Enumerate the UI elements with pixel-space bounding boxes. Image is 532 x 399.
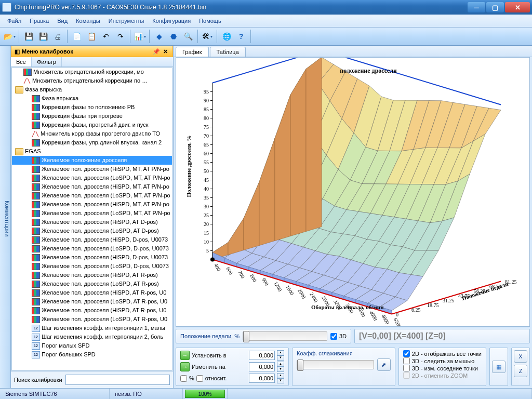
checkbox-percent[interactable] [180, 375, 187, 382]
tree-item[interactable]: 12Шаг изменения коэфф. интерполяции 2, б… [12, 332, 172, 341]
tree-item[interactable]: Желаемое пол. дросселя (LoSPD, AT R-pos,… [12, 315, 172, 324]
svg-text:80: 80 [204, 115, 209, 121]
rel-spin-down[interactable]: ▼ [277, 378, 284, 383]
smooth-apply-button[interactable]: ⬈ [377, 358, 391, 371]
rel-value[interactable] [249, 374, 275, 383]
tree-item[interactable]: Желаемое пол. дросселя (HiSPD, AT R-pos) [12, 271, 172, 280]
minimize-button[interactable]: ─ [468, 2, 485, 12]
calibration-panel-header: ◧ Меню калибровок 📌 ✕ [11, 46, 173, 57]
tree-item[interactable]: 12Порог малых SPD [12, 341, 172, 350]
zoom-button[interactable]: 🔍 [182, 30, 194, 43]
menu-view[interactable]: Вид [53, 16, 72, 25]
tree-item[interactable]: Желаемое пол. дросселя (LoSPD, AT D-pos) [12, 227, 172, 235]
panel-close-icon[interactable]: ✕ [162, 48, 169, 55]
set-spin-up[interactable]: ▲ [277, 350, 284, 355]
undo-button[interactable]: ↶ [100, 30, 112, 43]
copy-button[interactable]: 📄 [71, 30, 83, 43]
close-button[interactable]: ✕ [505, 2, 530, 12]
menu-help[interactable]: Помощь [195, 16, 225, 25]
view-button[interactable]: ⬣ [167, 30, 180, 43]
change-spin-up[interactable]: ▲ [277, 362, 284, 367]
axis-z-button[interactable]: Z [514, 365, 527, 377]
tree-item[interactable]: Желаемое пол. дросселя (LoSPD, MT, AT P/… [12, 209, 172, 218]
update-button[interactable]: 🌐 [220, 30, 233, 43]
svg-text:20: 20 [204, 221, 209, 227]
pin-icon[interactable]: 📌 [151, 48, 162, 55]
map-icon [32, 236, 40, 244]
compare-button[interactable]: 📊▾ [134, 30, 146, 43]
tree-item[interactable]: Желаемое пол. дросселя (HiSPD, D-pos, U0… [12, 235, 172, 244]
paste-button[interactable]: 📋 [85, 30, 98, 43]
help-button[interactable]: ? [235, 30, 247, 43]
tree-item[interactable]: EGAS [12, 147, 172, 156]
set-value[interactable] [249, 351, 275, 360]
comments-sidebar-tab[interactable]: Комментарии [0, 46, 11, 388]
menu-commands[interactable]: Команды [72, 16, 104, 25]
info-button[interactable]: ◆ [153, 30, 165, 43]
axis-x-button[interactable]: X [514, 350, 527, 363]
tree-item[interactable]: Множитель отрицательной коррекции, мо [12, 68, 172, 76]
tree-item[interactable]: Фаза впрыска [12, 85, 172, 94]
tree-item[interactable]: 12Шаг изменения коэфф. интерполяции 1, м… [12, 324, 172, 332]
smooth-slider[interactable] [297, 360, 374, 369]
change-spin-down[interactable]: ▼ [277, 367, 284, 372]
tree-item[interactable]: Желаемое пол. дросселя (LoSPD, AT R-pos) [12, 280, 172, 288]
change-button[interactable]: → [180, 362, 190, 371]
tree-item-label: Желаемое пол. дросселя (HiSPD, MT, AT P/… [42, 201, 169, 208]
tree-item[interactable]: Множитель отрицательной коррекции по … [12, 76, 172, 85]
pedal-slider-label: Положение педали, % [180, 333, 240, 339]
tree-item[interactable]: Фаза впрыска [12, 94, 172, 103]
svg-marker-109 [275, 95, 290, 241]
tab-table[interactable]: Таблица [210, 47, 246, 57]
tree-item[interactable]: Желаемое пол. дросселя (LoSPD, D-pos, U0… [12, 262, 172, 271]
tree-item[interactable]: Желаемое пол. дросселя (LoSPD, MT, AT P/… [12, 174, 172, 182]
tree-item[interactable]: Желаемое пол. дросселя (HiSPD, MT, AT P/… [12, 200, 172, 209]
saveas-button[interactable]: 💾 [37, 30, 49, 43]
tree-item[interactable]: Желаемое пол. дросселя (HiSPD, MT, AT P/… [12, 165, 172, 174]
checkbox-relative[interactable] [196, 375, 203, 382]
tab-filter[interactable]: Фильтр [32, 57, 62, 66]
maximize-button[interactable]: ▢ [486, 2, 504, 12]
opt-3d-followmouse[interactable] [403, 357, 410, 364]
menu-file[interactable]: Файл [3, 16, 25, 25]
tree-item[interactable]: Желаемое пол. дросселя (LoSPD, D-pos, U0… [12, 244, 172, 253]
redo-button[interactable]: ↷ [114, 30, 127, 43]
pedal-slider[interactable] [243, 331, 327, 341]
menu-edit[interactable]: Правка [25, 16, 53, 25]
tree-item[interactable]: Желаемое пол. дросселя (HiSPD, AT R-pos,… [12, 288, 172, 297]
map-icon [32, 175, 40, 182]
tab-graph[interactable]: График [176, 47, 209, 57]
set-spin-down[interactable]: ▼ [277, 355, 284, 361]
opt-2d-allpoints[interactable] [403, 350, 410, 357]
tree-item[interactable]: Коррекция фазы по положению РВ [12, 103, 172, 112]
search-input[interactable] [65, 375, 170, 385]
grid-button[interactable]: ▦ [492, 361, 506, 373]
tree-item[interactable]: Желаемое пол. дросселя (HiSPD, D-pos, U0… [12, 253, 172, 262]
tree-item[interactable]: Желаемое пол. дросселя (LoSPD, MT, AT P/… [12, 191, 172, 200]
print-button[interactable]: 🖨 [51, 30, 64, 43]
tree-item[interactable]: Желаемое положение дросселя [12, 156, 172, 165]
tree-item[interactable]: Желаемое пол. дросселя (LoSPD, AT R-pos,… [12, 297, 172, 306]
menu-config[interactable]: Конфигурация [148, 16, 195, 25]
tools-button[interactable]: 🛠▾ [201, 30, 214, 43]
change-value[interactable] [249, 362, 275, 371]
tree-item[interactable]: Желаемое пол. дросселя (HiSPD, AT R-pos,… [12, 306, 172, 315]
calibration-tree[interactable]: Множитель отрицательной коррекции, моМно… [11, 67, 172, 371]
tree-item[interactable]: Множитель корр.фазы прогретого двиг.по Т… [12, 129, 172, 138]
tree-item[interactable]: 12Порог больших SPD [12, 350, 172, 359]
menu-tools[interactable]: Инструменты [104, 16, 149, 25]
rel-spin-up[interactable]: ▲ [277, 373, 284, 378]
tree-item[interactable]: Коррекция фазы, прогретый двиг. и пуск [12, 121, 172, 129]
tree-item[interactable]: Коррекция фазы, упр.длиной впуска, канал… [12, 138, 172, 147]
checkbox-3d[interactable] [330, 333, 337, 340]
tab-all[interactable]: Все [11, 57, 32, 66]
open-button[interactable]: 📂▾ [3, 30, 16, 43]
save-button[interactable]: 💾 [22, 30, 35, 43]
tree-item[interactable]: Желаемое пол. дросселя (HiSPD, AT D-pos) [12, 218, 172, 227]
set-button[interactable]: → [180, 351, 190, 360]
tree-item[interactable]: Желаемое пол. дросселя (HiSPD, MT, AT P/… [12, 182, 172, 191]
svg-marker-110 [290, 69, 306, 236]
surface-plot[interactable]: 5101520253035404550556065707580859095400… [176, 57, 530, 327]
opt-3d-neighbors[interactable] [403, 365, 410, 371]
tree-item[interactable]: Коррекция фазы при прогреве [12, 112, 172, 121]
